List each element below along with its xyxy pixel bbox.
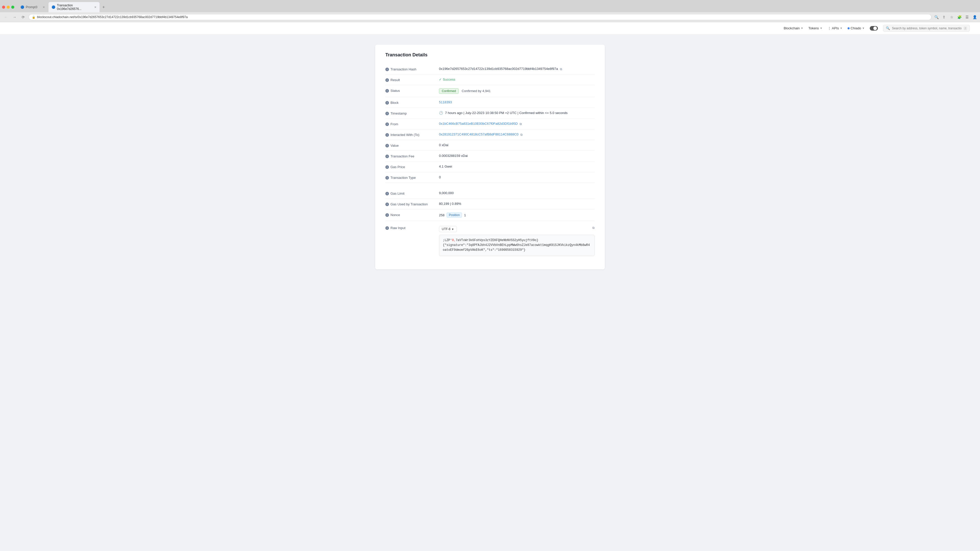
maximize-window-btn[interactable] bbox=[11, 6, 14, 9]
from-address-link[interactable]: 0x1bC466cB75a831eB10E00bC67f0Fa82d3Df1b9… bbox=[439, 122, 518, 125]
copy-raw-input-button[interactable]: ⧉ bbox=[592, 226, 595, 230]
raw-line1-rest-text: 7aVTxWr3k6FohVps3zYZEKFQHeNbNVSS2yH5yujf… bbox=[455, 238, 538, 242]
info-icon-tx-hash: i bbox=[385, 68, 389, 71]
tab-favicon-transaction: 🔵 bbox=[52, 5, 56, 9]
theme-toggle[interactable] bbox=[870, 26, 878, 30]
copy-tx-hash-button[interactable]: ⧉ bbox=[560, 67, 562, 71]
label-gas-used: i Gas Used by Transaction bbox=[385, 202, 439, 206]
info-icon-fee: i bbox=[385, 155, 389, 158]
forward-button[interactable]: → bbox=[11, 14, 18, 21]
row-block: i Block 5118393 bbox=[385, 97, 595, 108]
minimize-window-btn[interactable] bbox=[6, 6, 10, 9]
nav-tokens-label: Tokens bbox=[808, 26, 819, 30]
row-transaction-type: i Transaction Type 0 bbox=[385, 172, 595, 183]
address-text: blockscout.chiadochain.net/tx/0x196e7d26… bbox=[37, 15, 928, 19]
value-status: Confirmed Confirmed by 4,941 bbox=[439, 88, 595, 94]
window-controls bbox=[2, 6, 14, 9]
label-raw-input: i Raw Input bbox=[385, 224, 439, 230]
tab-bar: 🔵 Prompt3 ✕ 🔵 Transaction 0x196e7d26576.… bbox=[0, 0, 980, 12]
bookmark-action[interactable]: ☆ bbox=[949, 14, 955, 20]
value-transaction-hash: 0x196e7d2657653c27d14722c139d1cb935768ac… bbox=[439, 67, 595, 71]
copy-from-address-button[interactable]: ⧉ bbox=[520, 122, 522, 126]
nav-blockchain[interactable]: Blockchain ▼ bbox=[784, 26, 803, 30]
nav-tokens[interactable]: Tokens ▼ bbox=[808, 26, 822, 30]
label-transaction-hash: i Transaction Hash bbox=[385, 67, 439, 71]
nav-apis[interactable]: ⋮ APIs ▼ bbox=[828, 26, 842, 30]
copy-interacted-address-button[interactable]: ⧉ bbox=[520, 133, 523, 137]
label-result: i Result bbox=[385, 78, 439, 82]
label-gas-limit: i Gas Limit bbox=[385, 191, 439, 195]
sidebar-action[interactable]: ☰ bbox=[964, 14, 970, 20]
value-raw-input: UTF-8 ▼ ⧉ ;LZP'0,7aVTxWr3k6FohVps3zYZEKF… bbox=[439, 224, 595, 256]
info-icon-timestamp: i bbox=[385, 112, 389, 115]
label-value: i Value bbox=[385, 143, 439, 148]
browser-chrome: 🔵 Prompt3 ✕ 🔵 Transaction 0x196e7d26576.… bbox=[0, 0, 980, 22]
share-action[interactable]: ⇧ bbox=[941, 14, 947, 20]
position-badge: Position bbox=[447, 213, 462, 218]
row-value: i Value 0 xDai bbox=[385, 140, 595, 151]
search-bar[interactable]: 🔍 / bbox=[883, 25, 970, 32]
info-icon-gas-limit: i bbox=[385, 192, 389, 195]
nav-network-chevron: ▼ bbox=[862, 27, 865, 30]
info-icon-from: i bbox=[385, 122, 389, 126]
nonce-position-container: 258 Position 1 bbox=[439, 213, 595, 218]
tab-close-prompt3[interactable]: ✕ bbox=[43, 6, 45, 9]
search-input[interactable] bbox=[892, 27, 962, 30]
tab-favicon-prompt3: 🔵 bbox=[21, 5, 24, 9]
row-nonce: i Nonce 258 Position 1 bbox=[385, 210, 595, 221]
row-gas-price: i Gas Price 4.1 Gwei bbox=[385, 162, 595, 172]
tab-prompt3[interactable]: 🔵 Prompt3 ✕ bbox=[18, 4, 48, 11]
raw-highlight-text: 0, bbox=[452, 238, 455, 242]
timestamp-text: 7 hours ago | July-22-2023 10:38:50 PM +… bbox=[445, 111, 568, 115]
page-title: Transaction Details bbox=[385, 52, 595, 58]
confirmed-by-text: Confirmed by 4,941 bbox=[462, 89, 490, 93]
nav-network-label: Chiado bbox=[851, 26, 861, 30]
label-interacted: i Interacted With (To) bbox=[385, 132, 439, 137]
info-icon-block: i bbox=[385, 101, 389, 105]
extensions-action[interactable]: 🧩 bbox=[956, 14, 962, 20]
tab-title-prompt3: Prompt3 bbox=[26, 5, 37, 9]
encoding-select[interactable]: UTF-8 ▼ bbox=[439, 226, 457, 232]
info-icon-value: i bbox=[385, 144, 389, 148]
info-icon-interacted: i bbox=[385, 133, 389, 137]
confirmed-badge: Confirmed bbox=[439, 88, 458, 94]
value-interacted: 0x281912371C490C4818cC57afB8dF88114C6888… bbox=[439, 132, 595, 137]
network-dot-icon bbox=[848, 27, 850, 29]
value-result: ✓ Success bbox=[439, 78, 595, 81]
site-nav: Blockchain ▼ Tokens ▼ ⋮ APIs ▼ Chiado ▼ … bbox=[0, 22, 980, 35]
new-tab-button[interactable]: + bbox=[100, 3, 107, 11]
search-browser-action[interactable]: 🔍 bbox=[934, 14, 939, 20]
raw-line-1: ;LZP'0,7aVTxWr3k6FohVps3zYZEKFQHeNbNVSS2… bbox=[443, 238, 591, 243]
row-timestamp: i Timestamp 🕐 7 hours ago | July-22-2023… bbox=[385, 108, 595, 119]
label-block: i Block bbox=[385, 100, 439, 105]
address-bar-row: ← → ⟳ 🔒 blockscout.chiadochain.net/tx/0x… bbox=[0, 12, 980, 22]
row-result: i Result ✓ Success bbox=[385, 75, 595, 85]
block-link[interactable]: 5118393 bbox=[439, 100, 452, 104]
nav-network[interactable]: Chiado ▼ bbox=[848, 26, 865, 30]
info-icon-gas-used: i bbox=[385, 203, 389, 206]
label-transaction-type: i Transaction Type bbox=[385, 175, 439, 179]
row-status: i Status Confirmed Confirmed by 4,941 bbox=[385, 85, 595, 97]
search-icon: 🔍 bbox=[886, 26, 890, 30]
interacted-address-link[interactable]: 0x281912371C490C4818cC57afB8dF88114C6888… bbox=[439, 132, 519, 136]
close-window-btn[interactable] bbox=[2, 6, 5, 9]
info-icon-status: i bbox=[385, 89, 389, 93]
value-gas-used: 80,199 | 0.89% bbox=[439, 202, 595, 206]
value-from: 0x1bC466cB75a831eB10E00bC67f0Fa82d3Df1b9… bbox=[439, 122, 595, 126]
main-content: Transaction Details i Transaction Hash 0… bbox=[375, 44, 605, 269]
nav-blockchain-chevron: ▼ bbox=[801, 27, 803, 30]
reload-button[interactable]: ⟳ bbox=[20, 14, 27, 21]
info-icon-nonce: i bbox=[385, 213, 389, 217]
profile-action[interactable]: 👤 bbox=[972, 14, 977, 20]
row-from: i From 0x1bC466cB75a831eB10E00bC67f0Fa82… bbox=[385, 119, 595, 129]
theme-toggle-knob bbox=[873, 27, 877, 30]
info-icon-gas-price: i bbox=[385, 165, 389, 169]
address-bar[interactable]: 🔒 blockscout.chiadochain.net/tx/0x196e7d… bbox=[29, 14, 932, 20]
value-timestamp: 🕐 7 hours ago | July-22-2023 10:38:50 PM… bbox=[439, 111, 595, 115]
tab-transaction[interactable]: 🔵 Transaction 0x196e7d26576... ✕ bbox=[48, 2, 100, 12]
label-nonce: i Nonce bbox=[385, 213, 439, 217]
tab-close-transaction[interactable]: ✕ bbox=[94, 6, 97, 9]
back-button[interactable]: ← bbox=[3, 14, 9, 21]
position-value: 1 bbox=[464, 213, 466, 217]
label-status: i Status bbox=[385, 88, 439, 93]
